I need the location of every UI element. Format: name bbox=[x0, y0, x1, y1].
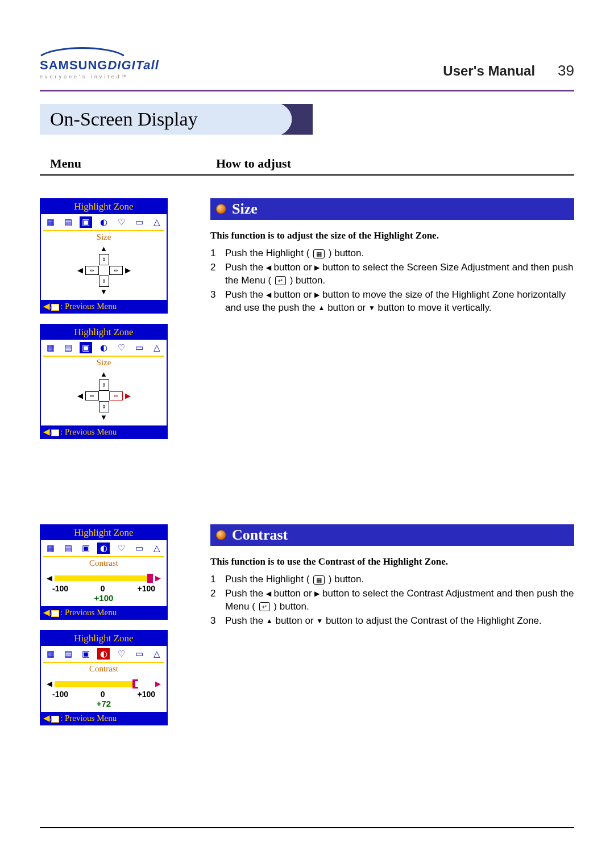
brand-name-main: SAMSUNG bbox=[40, 58, 107, 72]
arrow-left-icon: ◀ bbox=[47, 574, 52, 583]
osd-size-label: Size bbox=[43, 231, 164, 243]
osd-icon-1: ▦ bbox=[44, 342, 57, 353]
contrast-value: +72 bbox=[43, 699, 164, 711]
horizontal-size-box: ⇔ bbox=[85, 266, 99, 275]
exit-icon bbox=[51, 716, 59, 723]
osd-title: Highlight Zone bbox=[41, 525, 167, 540]
arrow-right-icon: ▶ bbox=[125, 266, 131, 275]
exit-icon bbox=[51, 304, 59, 311]
contrast-step-2: Push the ◀ button or ▶ button to select … bbox=[225, 587, 574, 614]
arrow-right-icon: ▶ bbox=[125, 391, 131, 400]
osd-size-panel-a: Highlight Zone ▦ ▤ ▣ ◐ ♡ ▭ △ Size ▲ ⇕ bbox=[40, 198, 168, 314]
osd-previous-menu: ◀: Previous Menu bbox=[41, 300, 167, 312]
contrast-topic-bar: Contrast bbox=[210, 524, 574, 546]
contrast-value: +100 bbox=[43, 593, 164, 605]
osd-icon-2: ▤ bbox=[62, 542, 74, 554]
arrow-down-icon: ▼ bbox=[100, 287, 107, 297]
osd-icon-2: ▤ bbox=[62, 648, 74, 660]
horizontal-size-box: ⇔ bbox=[85, 391, 99, 400]
exit-icon bbox=[51, 429, 59, 436]
scale-min: -100 bbox=[52, 584, 68, 593]
osd-icon-4: ◐ bbox=[97, 342, 110, 353]
osd-icon-6: ▭ bbox=[133, 216, 146, 228]
contrast-body-column: Contrast This function is to use the Con… bbox=[210, 524, 574, 725]
osd-icon-row: ▦ ▤ ▣ ◐ ♡ ▭ △ bbox=[43, 542, 164, 557]
contrast-scale: -100 0 +100 bbox=[43, 584, 164, 593]
osd-contrast-panel-b: Highlight Zone ▦ ▤ ▣ ◐ ♡ ▭ △ Contrast ◀ bbox=[40, 630, 168, 725]
osd-icon-size-selected: ▣ bbox=[80, 342, 92, 353]
arrow-left-icon: ◀ bbox=[77, 391, 83, 400]
arrow-right-icon: ▶ bbox=[155, 574, 161, 583]
exit-icon bbox=[51, 610, 59, 617]
subhead-how: How to adjust bbox=[216, 156, 291, 171]
contrast-slider: ◀ ▶ bbox=[43, 569, 164, 584]
osd-icon-5: ♡ bbox=[115, 342, 128, 353]
osd-icon-3: ▣ bbox=[80, 648, 92, 660]
subhead-menu: Menu bbox=[40, 156, 216, 171]
arrow-up-icon: ▲ bbox=[100, 370, 107, 379]
arrow-right-icon: ▶ bbox=[155, 679, 161, 688]
osd-icon-7: △ bbox=[151, 542, 163, 554]
osd-icon-1: ▦ bbox=[44, 542, 57, 554]
size-step-2: Push the ◀ button or ▶ button to select … bbox=[225, 261, 574, 287]
menu-button-icon: ↵ bbox=[259, 602, 270, 611]
osd-icon-4: ◐ bbox=[97, 216, 110, 228]
osd-icon-7: △ bbox=[151, 648, 163, 660]
scale-max: +100 bbox=[137, 690, 155, 699]
contrast-step-3: Push the ▲ button or ▼ button to adjust … bbox=[225, 615, 574, 628]
contrast-description: This function is to use the Contrast of … bbox=[210, 556, 574, 567]
osd-contrast-panel-a: Highlight Zone ▦ ▤ ▣ ◐ ♡ ▭ △ Contrast ◀ bbox=[40, 524, 168, 620]
footer-divider bbox=[40, 827, 574, 828]
osd-size-label: Size bbox=[43, 357, 164, 369]
highlight-button-icon: ▦ bbox=[313, 249, 325, 258]
vertical-size-box-2: ⇕ bbox=[99, 276, 109, 287]
size-step-1: Push the Highlight ( ▦ ) button. bbox=[225, 247, 574, 260]
horizontal-size-box-selected: ⇔ bbox=[109, 391, 123, 400]
osd-icon-2: ▤ bbox=[62, 342, 74, 353]
arrow-left-icon: ◀ bbox=[47, 679, 52, 688]
brand-name: SAMSUNGDIGITall bbox=[40, 58, 159, 73]
arrow-left-icon: ◀ bbox=[77, 266, 83, 275]
osd-icon-6: ▭ bbox=[133, 648, 146, 660]
horizontal-size-box-2: ⇔ bbox=[109, 266, 123, 275]
contrast-topic-title: Contrast bbox=[232, 527, 288, 544]
arrow-down-icon: ▼ bbox=[100, 413, 107, 422]
osd-contrast-label: Contrast bbox=[43, 557, 164, 569]
osd-icon-row: ▦ ▤ ▣ ◐ ♡ ▭ △ bbox=[43, 342, 164, 357]
size-topic-bar: Size bbox=[210, 198, 574, 220]
manual-label: User's Manual bbox=[443, 63, 535, 79]
previous-menu-label: : Previous Menu bbox=[60, 608, 117, 617]
contrast-menu-column: Highlight Zone ▦ ▤ ▣ ◐ ♡ ▭ △ Contrast ◀ bbox=[40, 524, 188, 725]
osd-icon-contrast-selected: ◐ bbox=[97, 542, 110, 554]
size-steps: 1Push the Highlight ( ▦ ) button. 2Push … bbox=[210, 247, 574, 315]
osd-title: Highlight Zone bbox=[41, 325, 167, 340]
subhead-divider bbox=[40, 174, 574, 176]
brand-tagline: everyone's invited™ bbox=[40, 74, 159, 80]
scale-min: -100 bbox=[52, 690, 68, 699]
page-header: SAMSUNGDIGITall everyone's invited™ User… bbox=[40, 44, 574, 84]
scale-max: +100 bbox=[137, 584, 155, 593]
osd-size-panel-b: Highlight Zone ▦ ▤ ▣ ◐ ♡ ▭ △ Size ▲ ⇕ bbox=[40, 324, 168, 439]
bullet-orb-icon bbox=[216, 204, 226, 214]
scale-mid: 0 bbox=[101, 690, 105, 699]
osd-icon-7: △ bbox=[151, 342, 163, 353]
section-title: On-Screen Display bbox=[40, 104, 574, 135]
brand-logo: SAMSUNGDIGITall everyone's invited™ bbox=[40, 44, 159, 80]
header-right: User's Manual 39 bbox=[443, 62, 574, 80]
osd-icon-row: ▦ ▤ ▣ ◐ ♡ ▭ △ bbox=[43, 648, 164, 663]
osd-icon-size-selected: ▣ bbox=[80, 216, 92, 228]
vertical-size-box-2: ⇕ bbox=[99, 401, 109, 412]
osd-size-diagram: ▲ ⇕ ◀ ⇔ ⇔ ▶ ⇕ ▼ bbox=[43, 243, 164, 299]
size-step-3: Push the ◀ button or ▶ button to move th… bbox=[225, 289, 574, 315]
logo-swoosh-icon bbox=[40, 44, 125, 57]
size-row: Highlight Zone ▦ ▤ ▣ ◐ ♡ ▭ △ Size ▲ ⇕ bbox=[40, 198, 574, 439]
osd-icon-5: ♡ bbox=[115, 648, 128, 660]
brand-name-suffix: DIGITall bbox=[107, 58, 159, 72]
osd-size-diagram: ▲ ⇕ ◀ ⇔ ⇔ ▶ ⇕ ▼ bbox=[43, 369, 164, 424]
osd-icon-5: ♡ bbox=[115, 542, 128, 554]
contrast-steps: 1Push the Highlight ( ▦ ) button. 2Push … bbox=[210, 573, 574, 628]
menu-button-icon: ↵ bbox=[275, 276, 286, 285]
page-number: 39 bbox=[558, 62, 574, 80]
previous-menu-label: : Previous Menu bbox=[60, 427, 117, 436]
contrast-scale: -100 0 +100 bbox=[43, 690, 164, 699]
